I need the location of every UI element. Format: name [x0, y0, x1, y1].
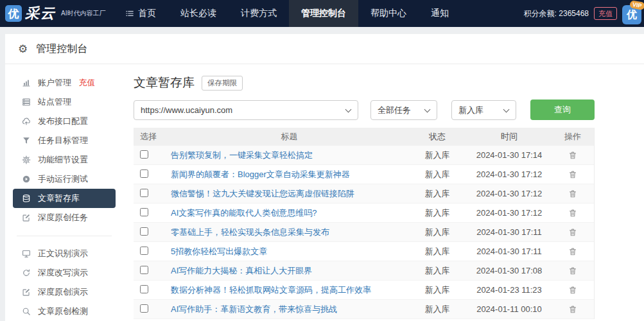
delete-icon[interactable] — [568, 228, 577, 237]
delete-icon[interactable] — [568, 170, 577, 179]
sidebar-item-content-recognition-demo[interactable]: 正文识别演示 — [5, 244, 123, 263]
page-header: ⚙ 管理控制台 — [5, 34, 644, 64]
row-checkbox[interactable] — [140, 247, 148, 255]
sidebar-item-label: 站点管理 — [38, 96, 71, 108]
row-checkbox[interactable] — [140, 189, 148, 197]
article-title-link[interactable]: 数据分析神器！轻松抓取网站文章源码，提高工作效率 — [171, 285, 371, 295]
row-checkbox[interactable] — [140, 304, 148, 313]
time-text: 2024-01-30 17:08 — [467, 266, 552, 275]
article-title-link[interactable]: 告别繁琐复制，一键采集文章轻松搞定 — [171, 150, 313, 160]
play-circle-icon — [21, 175, 31, 184]
article-title-link[interactable]: AI文案写作真的能取代人类创意思维吗? — [171, 208, 317, 218]
article-title-link[interactable]: 5招教你轻松写出爆款文章 — [171, 247, 267, 256]
nav-item-billing[interactable]: 计费方式 — [229, 0, 289, 27]
table-header-cell: 操作 — [552, 131, 594, 143]
sidebar-item-label: 深度改写演示 — [38, 267, 88, 279]
bar-chart-icon — [21, 78, 31, 87]
table-row: 微信警惕！这九大关键发现让您远离虚假链接陷阱新入库2024-01-30 17:1… — [134, 184, 594, 204]
nav-item-home[interactable]: 首页 — [113, 0, 168, 27]
save-period-button[interactable]: 保存期限 — [202, 76, 243, 91]
row-checkbox[interactable] — [140, 285, 148, 293]
database-icon — [21, 194, 31, 203]
task-select-wrap: 全部任务 — [370, 100, 437, 120]
delete-icon[interactable] — [568, 189, 577, 198]
delete-icon[interactable] — [568, 247, 577, 256]
time-text: 2024-01-30 17:11 — [467, 247, 552, 256]
nav-item-webmaster-guide[interactable]: 站长必读 — [168, 0, 229, 27]
sidebar-divider — [17, 236, 112, 236]
time-text: 2024-01-30 17:11 — [467, 227, 552, 237]
article-title-link[interactable]: 微信警惕！这九大关键发现让您远离虚假链接陷阱 — [171, 189, 354, 198]
table-row: 5招教你轻松写出爆款文章新入库2024-01-30 17:11 — [134, 242, 594, 261]
sidebar-item-sites[interactable]: 站点管理 — [5, 92, 123, 112]
status-text: 新入库 — [408, 265, 467, 277]
row-checkbox[interactable] — [140, 150, 148, 159]
article-title-link[interactable]: 零基础上手，轻松实现头条信息采集与发布 — [171, 227, 329, 237]
sidebar-item-publish-api[interactable]: 发布接口配置 — [5, 112, 123, 131]
row-checkbox[interactable] — [140, 266, 148, 274]
sidebar-item-deep-original-demo[interactable]: 深度原创演示 — [5, 282, 123, 302]
time-text: 2024-01-11 00:10 — [467, 304, 552, 314]
sidebar-item-task-target[interactable]: 任务目标管理 — [5, 131, 123, 150]
cloud-upload-icon — [21, 117, 31, 126]
sidebar-item-label: 功能细节设置 — [38, 154, 88, 166]
sidebar-item-article-store[interactable]: 文章暂存库 — [13, 189, 116, 208]
status-text: 新入库 — [408, 227, 467, 238]
logo[interactable]: 优 采云 AI时代内容工厂 — [0, 4, 113, 23]
search-icon — [21, 307, 31, 316]
delete-icon[interactable] — [568, 305, 577, 314]
nav-item-console[interactable]: 管理控制台 — [289, 0, 358, 27]
points-value: 2365468 — [559, 9, 589, 18]
status-select-wrap: 新入库 — [451, 100, 516, 120]
table-row: AI写作能力大揭秘：真相让人大开眼界新入库2024-01-30 17:08 — [134, 261, 594, 281]
nav-item-label: 首页 — [138, 8, 156, 19]
row-checkbox[interactable] — [140, 227, 148, 236]
table-row: AI写作助手：革新语文教育，带来惊喜与挑战新入库2024-01-11 00:10 — [134, 300, 594, 319]
query-button[interactable]: 查询 — [530, 100, 595, 120]
account-logo[interactable]: 优 VIP — [622, 2, 643, 25]
nav-item-notice[interactable]: 通知 — [419, 0, 461, 27]
top-navigation-bar: 优 采云 AI时代内容工厂 首页站长必读计费方式管理控制台帮助中心通知 积分余额… — [0, 0, 644, 27]
site-select[interactable]: https://www.ucaiyun.com — [134, 100, 358, 120]
sidebar-item-account[interactable]: 账户管理充值 — [5, 73, 123, 92]
row-checkbox[interactable] — [140, 169, 148, 178]
delete-icon[interactable] — [568, 266, 577, 275]
logo-name: 采云 — [25, 4, 56, 23]
monitor-icon — [21, 249, 31, 258]
table-row: 告别繁琐复制，一键采集文章轻松搞定新入库2024-01-30 17:14 — [134, 146, 594, 165]
delete-icon[interactable] — [568, 286, 577, 295]
sidebar-item-originality-check[interactable]: 文章原创检测 — [5, 302, 123, 321]
sidebar-item-deep-rewrite-demo[interactable]: 深度改写演示 — [5, 263, 123, 282]
article-title-link[interactable]: 新闻界的颠覆者：Blogger文章自动采集更新神器 — [171, 169, 350, 179]
nav-item-label: 通知 — [431, 8, 449, 19]
article-title-link[interactable]: AI写作能力大揭秘：真相让人大开眼界 — [171, 266, 312, 275]
time-text: 2024-01-30 17:12 — [467, 169, 552, 179]
sidebar-item-label: 深度原创任务 — [38, 212, 88, 223]
task-select[interactable]: 全部任务 — [370, 100, 437, 120]
page-title: 管理控制台 — [36, 42, 87, 56]
sidebar-item-deep-original-task[interactable]: 深度原创任务 — [5, 208, 123, 227]
sidebar-item-feature-settings[interactable]: 功能细节设置 — [5, 150, 123, 169]
status-text: 新入库 — [408, 246, 467, 257]
site-select-wrap: https://www.ucaiyun.com — [134, 100, 358, 120]
recharge-button[interactable]: 充值 — [594, 7, 617, 20]
sidebar-main-group: 账户管理充值站点管理发布接口配置任务目标管理功能细节设置手动运行测试文章暂存库深… — [5, 73, 123, 227]
status-text: 新入库 — [408, 304, 467, 315]
row-checkbox[interactable] — [140, 208, 148, 216]
article-title-link[interactable]: AI写作助手：革新语文教育，带来惊喜与挑战 — [171, 304, 337, 314]
delete-icon[interactable] — [568, 209, 577, 218]
status-select[interactable]: 新入库 — [451, 100, 516, 120]
sidebar-demo-group: 正文识别演示深度改写演示深度原创演示文章原创检测更多演示功能 — [5, 244, 123, 321]
points-label: 积分余额: — [524, 9, 557, 18]
nav-item-help-center[interactable]: 帮助中心 — [358, 0, 419, 27]
recharge-badge[interactable]: 充值 — [79, 78, 95, 89]
nav-item-label: 管理控制台 — [301, 8, 346, 19]
section-title: 文章暂存库 — [134, 74, 195, 91]
table-row: 新闻界的颠覆者：Blogger文章自动采集更新神器新入库2024-01-30 1… — [134, 165, 594, 184]
top-nav: 首页站长必读计费方式管理控制台帮助中心通知 — [113, 0, 461, 27]
time-text: 2024-01-30 17:14 — [467, 150, 552, 160]
sidebar-item-manual-test[interactable]: 手动运行测试 — [5, 169, 123, 189]
status-text: 新入库 — [408, 207, 467, 219]
content-panel: ⚙ 管理控制台 账户管理充值站点管理发布接口配置任务目标管理功能细节设置手动运行… — [5, 34, 644, 321]
delete-icon[interactable] — [568, 151, 577, 160]
